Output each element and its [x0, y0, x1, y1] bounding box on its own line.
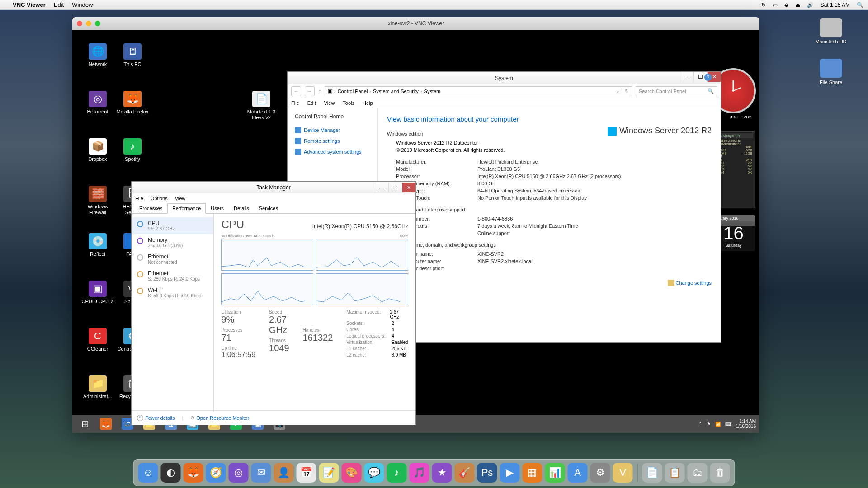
dock-item-4[interactable]: ◎ — [229, 463, 249, 483]
desktop-icon-mozilla-firefox[interactable]: 🦊Mozilla Firefox — [115, 91, 150, 115]
spotlight-icon[interactable]: 🔍 — [857, 2, 863, 8]
taskbar-time[interactable]: 1:14 AM — [736, 419, 756, 424]
dock-item-20[interactable]: ⚙ — [590, 463, 610, 483]
dock-item-7[interactable]: 📅 — [297, 463, 316, 483]
volume-icon[interactable]: 🔊 — [807, 2, 814, 8]
mac-menu-edit[interactable]: Edit — [54, 1, 64, 8]
tm-maximize-button[interactable]: ☐ — [388, 183, 402, 192]
fewer-details-link[interactable]: ⌃ Fewer details — [137, 415, 175, 421]
device-manager-link[interactable]: Device Manager — [295, 127, 370, 133]
open-resmon-link[interactable]: ⊘ Open Resource Monitor — [190, 415, 249, 421]
breadcrumb[interactable]: ▣ › Control Panel › System and Security … — [325, 86, 632, 96]
dock-item-13[interactable]: ★ — [432, 463, 452, 483]
dock-item-15[interactable]: Ps — [477, 463, 497, 483]
time-machine-icon[interactable]: ↻ — [761, 2, 766, 8]
dock-item-0[interactable]: ☺ — [138, 463, 158, 483]
desktop-icon-network[interactable]: 🌐Network — [80, 43, 115, 67]
menu-help[interactable]: Help — [363, 100, 373, 106]
dock-item-21[interactable]: V — [613, 463, 633, 483]
system-titlebar[interactable]: System — ☐ ✕ — [288, 72, 721, 84]
desktop-icon-windows-firewall[interactable]: 🧱Windows Firewall — [80, 186, 115, 216]
tray-action-center-icon[interactable]: ⚑ — [707, 422, 711, 427]
tm-menu-view[interactable]: View — [175, 196, 186, 201]
menu-view[interactable]: View — [324, 100, 335, 106]
dock-item-3[interactable]: 🧭 — [206, 463, 226, 483]
desktop-icon-administrat-[interactable]: 📁Administrat... — [80, 375, 115, 399]
display-icon[interactable]: ▭ — [773, 2, 778, 8]
dock-item-14[interactable]: 🎸 — [455, 463, 475, 483]
change-settings-link[interactable]: Change settings — [668, 280, 712, 286]
tab-performance[interactable]: Performance — [167, 203, 206, 214]
dock-item-19[interactable]: A — [568, 463, 588, 483]
remote-settings-link[interactable]: Remote settings — [295, 138, 370, 144]
eject-icon[interactable]: ⏏ — [795, 2, 800, 8]
tm-side-cpu[interactable]: CPU9% 2.67 GHz — [132, 217, 213, 234]
dock-item-2[interactable]: 🦊 — [184, 463, 203, 483]
desktop-icon-ccleaner[interactable]: CCCleaner — [80, 328, 115, 352]
mac-fileshare-icon[interactable]: File Share — [812, 59, 850, 85]
dock-item-12[interactable]: 🎵 — [410, 463, 429, 483]
desktop-icon-mobitext-1-3-ideas-v2[interactable]: 📄MobiText 1.3 Ideas v2 — [244, 91, 278, 121]
tray-network-icon[interactable]: 📶 — [715, 422, 721, 427]
search-input[interactable]: Search Control Panel 🔍 — [636, 86, 717, 96]
mac-menu-window[interactable]: Window — [72, 1, 93, 8]
dock-right-1[interactable]: 📋 — [665, 463, 685, 483]
dock-right-2[interactable]: 🗂 — [688, 463, 708, 483]
desktop-icon-this-pc[interactable]: 🖥This PC — [115, 43, 150, 67]
dock-right-3[interactable]: 🗑 — [710, 463, 730, 483]
dock-item-10[interactable]: 💬 — [364, 463, 384, 483]
control-panel-home-link[interactable]: Control Panel Home — [295, 113, 370, 120]
dock-item-5[interactable]: ✉ — [251, 463, 271, 483]
tab-services[interactable]: Services — [254, 203, 283, 213]
system-minimize-button[interactable]: — — [680, 72, 693, 82]
desktop-icon-spotify[interactable]: ♪Spotify — [115, 138, 150, 162]
nav-back-button[interactable]: ← — [291, 86, 301, 96]
tm-minimize-button[interactable]: — — [375, 183, 388, 192]
menu-edit[interactable]: Edit — [307, 100, 316, 106]
start-button[interactable]: ⊞ — [76, 415, 94, 433]
refresh-icon[interactable]: ↻ — [622, 88, 629, 94]
dock-item-1[interactable]: ◐ — [161, 463, 181, 483]
taskbar-item[interactable]: 🦊 — [96, 416, 116, 432]
dock-item-18[interactable]: 📊 — [545, 463, 565, 483]
windows-desktop[interactable]: 🌐Network🖥This PC◎BitTorrent🦊Mozilla Fire… — [72, 30, 760, 433]
mac-hd-icon[interactable]: Macintosh HD — [812, 18, 850, 44]
tm-side-ethernet[interactable]: EthernetS: 280 Kbps R: 24.0 Kbps — [132, 267, 213, 284]
dock-item-11[interactable]: ♪ — [387, 463, 407, 483]
menu-file[interactable]: File — [291, 100, 299, 106]
tab-processes[interactable]: Processes — [134, 203, 167, 213]
tray-keyboard-icon[interactable]: ⌨ — [725, 422, 731, 427]
taskbar-date[interactable]: 1/16/2016 — [736, 424, 756, 429]
nav-forward-button[interactable]: → — [305, 86, 315, 96]
tab-details[interactable]: Details — [229, 203, 254, 213]
tm-side-ethernet[interactable]: EthernetNot connected — [132, 251, 213, 267]
tm-close-button[interactable]: ✕ — [402, 183, 415, 192]
breadcrumb-dropdown-icon[interactable]: ⌄ — [616, 88, 620, 94]
advanced-settings-link[interactable]: Advanced system settings — [295, 149, 370, 155]
desktop-icon-cpuid-cpu-z[interactable]: ▣CPUID CPU-Z — [80, 281, 115, 305]
mac-clock[interactable]: Sat 1:15 AM — [821, 2, 850, 8]
tm-side-memory[interactable]: Memory2.6/8.0 GB (33%) — [132, 234, 213, 251]
tm-side-wi-fi[interactable]: Wi-FiS: 56.0 Kbps R: 32.0 Kbps — [132, 284, 213, 301]
desktop-icon-bittorrent[interactable]: ◎BitTorrent — [80, 91, 115, 115]
dock-item-16[interactable]: ▶ — [500, 463, 520, 483]
wifi-icon[interactable]: ⬙ — [784, 2, 788, 8]
system-tray[interactable]: ⌃ ⚑ 📶 ⌨ 1:14 AM 1/16/2016 — [698, 419, 756, 429]
mac-app-name[interactable]: VNC Viewer — [13, 1, 46, 8]
tray-up-icon[interactable]: ⌃ — [698, 422, 702, 427]
tab-users[interactable]: Users — [206, 203, 229, 213]
nav-up-button[interactable]: ↑ — [318, 88, 321, 94]
vnc-close-button[interactable] — [77, 21, 82, 26]
dock-item-17[interactable]: ▦ — [523, 463, 542, 483]
menu-tools[interactable]: Tools — [343, 100, 354, 106]
dock-right-0[interactable]: 📄 — [642, 463, 662, 483]
vnc-minimize-button[interactable] — [86, 21, 91, 26]
tm-menu-options[interactable]: Options — [151, 196, 168, 201]
help-icon[interactable]: ? — [704, 74, 712, 81]
desktop-icon-reflect[interactable]: 💿Reflect — [80, 233, 115, 257]
vnc-titlebar[interactable]: xine-svr2 - VNC Viewer — [72, 17, 760, 30]
tm-titlebar[interactable]: Task Manager — ☐ ✕ — [132, 182, 415, 193]
dock-item-6[interactable]: 👤 — [274, 463, 294, 483]
desktop-icon-dropbox[interactable]: 📦Dropbox — [80, 138, 115, 162]
dock-item-8[interactable]: 📝 — [319, 463, 339, 483]
